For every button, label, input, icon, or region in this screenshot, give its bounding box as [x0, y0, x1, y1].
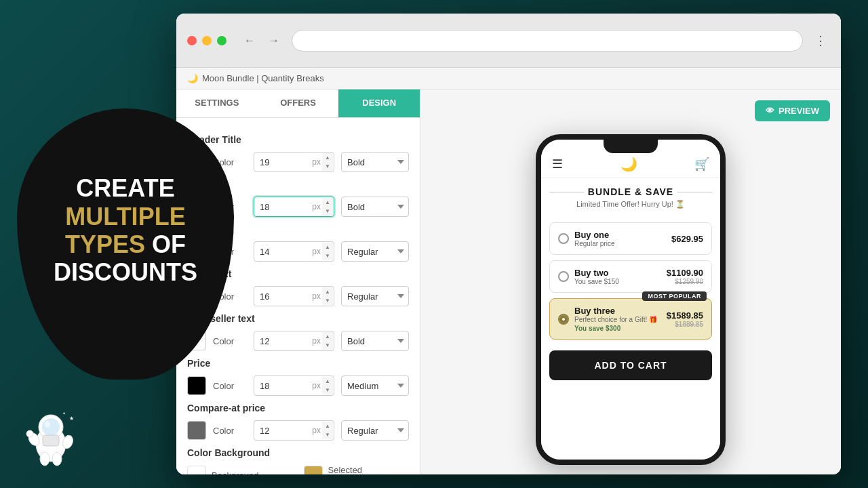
- phone-logo: 🌙: [620, 156, 637, 172]
- label-text-size-up[interactable]: ▲: [322, 287, 333, 296]
- bundle-option-save-3: You save $300: [574, 325, 661, 332]
- subtitle-font-select[interactable]: Regular Bold Medium: [341, 241, 409, 262]
- astronaut-illustration: ★ ✦: [20, 407, 81, 468]
- browser-menu-icon[interactable]: ⋮: [811, 31, 830, 50]
- phone-body: BUNDLE & SAVE Limited Time Offer! Hurry …: [541, 178, 720, 388]
- header-title-size-wrap: px ▲ ▼: [254, 152, 334, 172]
- bundle-option-desc-3: Perfect choice for a Gift! 🎁: [574, 316, 661, 323]
- bundle-radio-2[interactable]: [558, 271, 569, 282]
- bundle-option-wrap-3: MOST POPULAR Buy three Perfect choice fo…: [549, 298, 712, 340]
- bundle-price-orig-3: $1889.85: [667, 321, 703, 328]
- label-text-font-select[interactable]: Regular Bold Medium: [341, 286, 409, 306]
- bundle-header: BUNDLE & SAVE Limited Time Offer! Hurry …: [549, 186, 712, 214]
- bundle-option-3[interactable]: Buy three Perfect choice for a Gift! 🎁 Y…: [549, 298, 712, 340]
- svg-point-10: [26, 430, 33, 437]
- label-text-size-wrap: px ▲ ▼: [254, 286, 334, 306]
- title-size-wrap: px ▲ ▼: [254, 197, 334, 217]
- bundle-option-name-2: Buy two: [574, 268, 661, 278]
- preview-section: 👁 PREVIEW ☰ 🌙 🛒 B: [420, 89, 841, 474]
- svg-rect-8: [43, 435, 59, 446]
- browser-toolbar: ← → ⋮: [176, 14, 841, 68]
- browser-content: SETTINGS OFFERS DESIGN Header Title Colo…: [176, 89, 841, 474]
- bundle-option-wrap-1: Buy one Regular price $629.95: [549, 222, 712, 255]
- bundle-price-main-1: $629.95: [671, 234, 703, 244]
- hero-text: CREATE MULTIPLE TYPES OF DISCOUNTS: [40, 161, 211, 300]
- price-font-select[interactable]: Medium Regular Bold: [341, 375, 409, 396]
- preview-button[interactable]: 👁 PREVIEW: [755, 100, 830, 121]
- svg-text:✦: ✦: [62, 411, 66, 415]
- bundle-price-main-2: $1109.90: [667, 268, 703, 278]
- compare-size-up[interactable]: ▲: [322, 422, 333, 430]
- subtitle-size-wrap: px ▲ ▼: [254, 241, 334, 262]
- title-size-up[interactable]: ▲: [322, 198, 333, 207]
- bundle-option-desc-1: Regular price: [574, 240, 666, 247]
- hero-section: CREATE MULTIPLE TYPES OF DISCOUNTS: [0, 0, 251, 488]
- phone-mockup: ☰ 🌙 🛒 BUNDLE & SAVE Limited Time Offer! …: [536, 134, 726, 465]
- best-seller-size-down[interactable]: ▼: [322, 341, 333, 350]
- header-title-size-up[interactable]: ▲: [322, 153, 333, 162]
- breadcrumb: 🌙 Moon Bundle | Quantity Breaks: [176, 68, 841, 89]
- bundle-price-main-3: $1589.85: [667, 310, 703, 321]
- svg-text:★: ★: [69, 415, 74, 422]
- bg-item-selected-background: Selected background: [304, 465, 410, 474]
- price-size-up[interactable]: ▲: [322, 377, 333, 386]
- bundle-option-details-3: Buy three Perfect choice for a Gift! 🎁 Y…: [574, 306, 661, 332]
- header-title-size-down[interactable]: ▼: [322, 162, 333, 171]
- preview-button-label: PREVIEW: [778, 106, 819, 116]
- best-seller-size-up[interactable]: ▲: [322, 332, 333, 341]
- hero-line5: DISCOUNTS: [54, 258, 197, 286]
- svg-point-6: [40, 452, 50, 466]
- bundle-option-2[interactable]: Buy two You save $150 $1109.90 $1259.90: [549, 260, 712, 293]
- subtitle-size-up[interactable]: ▲: [322, 243, 333, 251]
- subtitle-size-down[interactable]: ▼: [322, 251, 333, 260]
- title-size-down[interactable]: ▼: [322, 207, 333, 216]
- add-to-cart-button[interactable]: ADD TO CART: [549, 350, 712, 380]
- bundle-option-name-1: Buy one: [574, 230, 666, 240]
- bundle-radio-1[interactable]: [558, 233, 569, 244]
- svg-point-3: [45, 421, 50, 428]
- bundle-option-name-3: Buy three: [574, 306, 661, 316]
- browser-window: ← → ⋮ 🌙 Moon Bundle | Quantity Breaks SE…: [176, 14, 841, 474]
- price-size-down[interactable]: ▼: [322, 386, 333, 394]
- cart-icon[interactable]: 🛒: [694, 157, 709, 171]
- address-bar[interactable]: [292, 30, 803, 52]
- bundle-price-orig-2: $1259.90: [667, 278, 703, 285]
- bundle-option-1[interactable]: Buy one Regular price $629.95: [549, 222, 712, 255]
- svg-point-7: [52, 452, 62, 466]
- label-text-size-down[interactable]: ▼: [322, 296, 333, 305]
- hero-line3: TYPES: [65, 230, 145, 258]
- bundle-subtitle: Limited Time Offer! Hurry Up! ⏳: [549, 200, 712, 209]
- phone-notch: [604, 140, 658, 153]
- phone-content: ☰ 🌙 🛒 BUNDLE & SAVE Limited Time Offer! …: [541, 140, 720, 460]
- bg-label-selected-background: Selected background: [328, 465, 410, 474]
- hero-line1: CREATE: [76, 174, 174, 202]
- bundle-radio-3[interactable]: [558, 314, 569, 325]
- hero-line4: OF: [152, 230, 186, 258]
- svg-point-2: [42, 418, 60, 436]
- bundle-title: BUNDLE & SAVE: [549, 186, 712, 197]
- compare-size-wrap: px ▲ ▼: [254, 420, 334, 441]
- most-popular-badge: MOST POPULAR: [642, 291, 707, 301]
- tab-offers[interactable]: OFFERS: [258, 89, 339, 117]
- bundle-option-price-1: $629.95: [671, 234, 703, 244]
- bg-swatch-selected-background[interactable]: [304, 466, 323, 474]
- title-font-select[interactable]: Bold Regular Medium: [341, 197, 409, 217]
- header-title-font-select[interactable]: Bold Regular Medium: [341, 152, 409, 172]
- bundle-option-price-2: $1109.90 $1259.90: [667, 268, 703, 285]
- hamburger-icon[interactable]: ☰: [552, 157, 563, 171]
- preview-eye-icon: 👁: [766, 106, 774, 116]
- compare-size-down[interactable]: ▼: [322, 430, 333, 439]
- tab-design[interactable]: DESIGN: [338, 89, 420, 117]
- compare-font-select[interactable]: Regular Bold Medium: [341, 420, 409, 441]
- best-seller-size-wrap: px ▲ ▼: [254, 331, 334, 351]
- bundle-option-wrap-2: Buy two You save $150 $1109.90 $1259.90: [549, 260, 712, 293]
- forward-button[interactable]: →: [264, 31, 283, 50]
- bundle-option-desc-2: You save $150: [574, 278, 661, 285]
- bundle-option-price-3: $1589.85 $1889.85: [667, 310, 703, 328]
- bundle-option-details-1: Buy one Regular price: [574, 230, 666, 247]
- hero-line2: MULTIPLE: [65, 203, 185, 230]
- bundle-option-details-2: Buy two You save $150: [574, 268, 661, 285]
- price-size-wrap: px ▲ ▼: [254, 375, 334, 396]
- best-seller-font-select[interactable]: Bold Regular Medium: [341, 331, 409, 351]
